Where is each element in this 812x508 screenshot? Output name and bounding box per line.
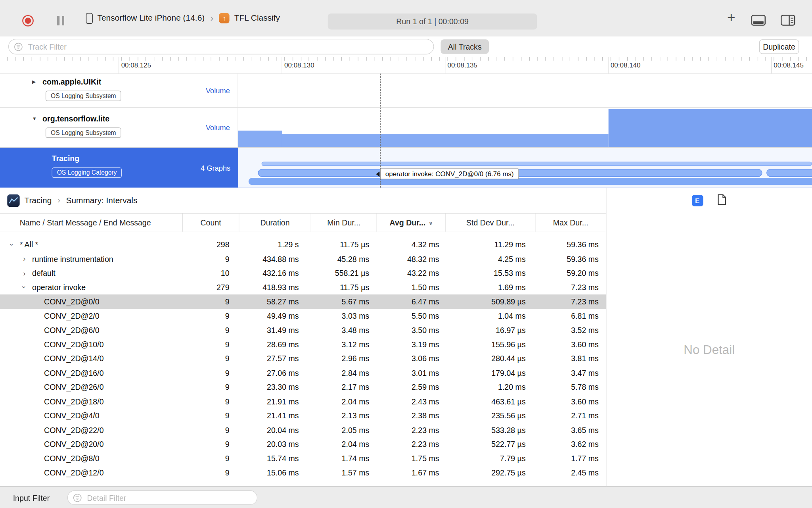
- run-status: Run 1 of 1 | 00:00:09: [328, 13, 537, 29]
- cell-name: CONV_2D@6/0: [0, 323, 182, 337]
- all-tracks-button[interactable]: All Tracks: [441, 39, 489, 54]
- cell-dur: 21.91 ms: [239, 394, 311, 408]
- instruments-window: Tensorflow Lite iPhone (14.6) › ↑ TFL Cl…: [0, 0, 812, 508]
- track-org-tensorflow-lite[interactable]: ▼ org.tensorflow.lite OS Logging Subsyst…: [0, 108, 812, 148]
- cell-dur: 27.57 ms: [239, 352, 311, 366]
- cell-name: CONV_2D@20/0: [0, 437, 182, 451]
- cell-avg: 2.43 ms: [377, 394, 446, 408]
- table-row[interactable]: CONV_2D@20/0920.03 ms2.04 ms2.23 ms522.7…: [0, 437, 606, 451]
- timeline-ruler[interactable]: 00:08.12500:08.13000:08.13500:08.14000:0…: [0, 57, 812, 74]
- toggle-right-pane-button[interactable]: [780, 15, 795, 28]
- cell-avg: 2.23 ms: [377, 423, 446, 437]
- track-header[interactable]: Tracing OS Logging Category 4 Graphs: [0, 148, 238, 188]
- cell-name: ›operator invoke: [0, 280, 182, 294]
- table-row[interactable]: CONV_2D@14/0927.57 ms2.96 ms3.06 ms280.4…: [0, 352, 606, 366]
- status-bar: Input Filter: [0, 486, 812, 508]
- detail-filter-field[interactable]: [67, 491, 257, 505]
- cell-dur: 21.41 ms: [239, 408, 311, 423]
- table-row[interactable]: CONV_2D@2/0949.49 ms3.03 ms5.50 ms1.04 m…: [0, 309, 606, 323]
- row-disclosure-expanded[interactable]: ›: [20, 283, 29, 292]
- track-title: org.tensorflow.lite: [42, 114, 109, 123]
- table-row[interactable]: CONV_2D@26/0923.30 ms2.17 ms2.59 ms1.20 …: [0, 380, 606, 394]
- device-name[interactable]: Tensorflow Lite iPhone (14.6): [98, 13, 205, 23]
- track-badge: OS Logging Category: [52, 167, 122, 178]
- column-header-stddev[interactable]: Std Dev Dur...: [445, 214, 535, 232]
- cell-name: CONV_2D@16/0: [0, 366, 182, 380]
- cell-std: 7.79 µs: [445, 451, 535, 466]
- column-header-max[interactable]: Max Dur...: [535, 214, 606, 232]
- table-row[interactable]: CONV_2D@10/0928.69 ms3.12 ms3.19 ms155.9…: [0, 337, 606, 352]
- cell-max: 59.36 ms: [535, 237, 606, 252]
- tooltip-text: operator invoke: CONV_2D@0/0 (6.76 ms): [380, 168, 519, 179]
- disclosure-expanded-icon[interactable]: ▼: [32, 116, 37, 121]
- column-header-duration[interactable]: Duration: [239, 214, 311, 232]
- filter-icon: [73, 493, 82, 502]
- interval-bar[interactable]: [249, 178, 812, 185]
- toggle-bottom-pane-button[interactable]: [751, 15, 766, 28]
- cell-max: 5.78 ms: [535, 380, 606, 394]
- table-row[interactable]: CONV_2D@4/0921.41 ms2.13 ms2.38 ms235.56…: [0, 408, 606, 423]
- extended-detail-button[interactable]: E: [691, 195, 703, 206]
- disclosure-collapsed-icon[interactable]: ▶: [32, 79, 37, 84]
- pause-button[interactable]: [57, 16, 65, 25]
- document-icon[interactable]: [717, 194, 726, 207]
- table-row[interactable]: CONV_2D@22/0920.04 ms2.05 ms2.23 ms533.2…: [0, 423, 606, 437]
- column-header-count[interactable]: Count: [182, 214, 239, 232]
- table-row[interactable]: CONV_2D@0/0958.27 ms5.67 ms6.47 ms509.89…: [0, 294, 606, 309]
- track-filter-input[interactable]: [27, 42, 433, 52]
- row-disclosure-expanded[interactable]: ›: [8, 240, 16, 249]
- track-meta: 4 Graphs: [201, 164, 230, 172]
- target-breadcrumb[interactable]: Tensorflow Lite iPhone (14.6) › ↑ TFL Cl…: [86, 0, 280, 36]
- cell-dur: 23.30 ms: [239, 380, 311, 394]
- cell-avg: 2.59 ms: [377, 380, 446, 394]
- interval-bar[interactable]: [262, 162, 812, 166]
- cell-min: 1.57 ms: [311, 466, 377, 480]
- track-filter-field[interactable]: [8, 39, 434, 54]
- table-row[interactable]: ›default10432.16 ms558.21 µs43.22 ms15.5…: [0, 266, 606, 280]
- record-button[interactable]: [22, 15, 34, 27]
- detail-filter-input[interactable]: [86, 493, 257, 502]
- table-row[interactable]: CONV_2D@16/0927.06 ms2.84 ms3.01 ms179.0…: [0, 366, 606, 380]
- duplicate-button[interactable]: Duplicate: [759, 39, 799, 54]
- volume-segment: [282, 134, 609, 147]
- input-filter-label[interactable]: Input Filter: [13, 487, 50, 508]
- breadcrumb-page[interactable]: Summary: Intervals: [66, 196, 137, 205]
- track-tracing-selected[interactable]: Tracing OS Logging Category 4 Graphs ope…: [0, 148, 812, 188]
- table-row[interactable]: ›operator invoke279418.93 ms11.75 µs1.50…: [0, 280, 606, 294]
- track-header[interactable]: ▶ com.apple.UIKit OS Logging Subsystem V…: [0, 73, 238, 107]
- cell-name: CONV_2D@22/0: [0, 423, 182, 437]
- table-row[interactable]: CONV_2D@18/0921.91 ms2.04 ms2.43 ms463.6…: [0, 394, 606, 408]
- track-header[interactable]: ▼ org.tensorflow.lite OS Logging Subsyst…: [0, 108, 238, 147]
- ruler-label: 00:08.145: [774, 61, 804, 69]
- cell-max: 3.60 ms: [535, 394, 606, 408]
- table-row[interactable]: ›* All *2981.29 s11.75 µs4.32 ms11.29 ms…: [0, 237, 606, 252]
- row-name: CONV_2D@16/0: [44, 368, 104, 377]
- table-row[interactable]: CONV_2D@12/0915.06 ms1.57 ms1.67 ms292.7…: [0, 466, 606, 480]
- pane-divider[interactable]: [606, 188, 606, 486]
- cell-max: 2.71 ms: [535, 408, 606, 423]
- table-row[interactable]: CONV_2D@6/0931.49 ms3.48 ms3.50 ms16.97 …: [0, 323, 606, 337]
- track-badge: OS Logging Subsystem: [46, 127, 121, 138]
- chevron-right-icon: ›: [57, 195, 60, 206]
- row-name: CONV_2D@8/0: [44, 454, 100, 463]
- table-row[interactable]: CONV_2D@8/0915.74 ms1.74 ms1.75 ms7.79 µ…: [0, 451, 606, 466]
- interval-bar[interactable]: [766, 169, 812, 177]
- cell-count: 9: [182, 366, 239, 380]
- table-row[interactable]: ›runtime instrumentation9434.88 ms45.28 …: [0, 252, 606, 266]
- column-header-min[interactable]: Min Dur...: [311, 214, 377, 232]
- cell-min: 2.04 ms: [311, 437, 377, 451]
- target-name[interactable]: TFL Classify: [234, 13, 280, 23]
- row-disclosure-collapsed[interactable]: ›: [20, 269, 29, 277]
- column-header-avg[interactable]: Avg Dur...∨: [377, 214, 446, 232]
- add-instrument-button[interactable]: +: [724, 12, 739, 25]
- row-name: runtime instrumentation: [32, 254, 113, 263]
- cell-dur: 31.49 ms: [239, 323, 311, 337]
- column-header-name[interactable]: Name / Start Message / End Message: [0, 214, 182, 232]
- cell-max: 59.20 ms: [535, 266, 606, 280]
- cell-dur: 49.49 ms: [239, 309, 311, 323]
- track-badge: OS Logging Subsystem: [46, 91, 121, 101]
- cell-min: 2.17 ms: [311, 380, 377, 394]
- track-com-apple-uikit[interactable]: ▶ com.apple.UIKit OS Logging Subsystem V…: [0, 73, 812, 108]
- row-disclosure-collapsed[interactable]: ›: [20, 255, 29, 263]
- breadcrumb-root[interactable]: Tracing: [24, 196, 52, 205]
